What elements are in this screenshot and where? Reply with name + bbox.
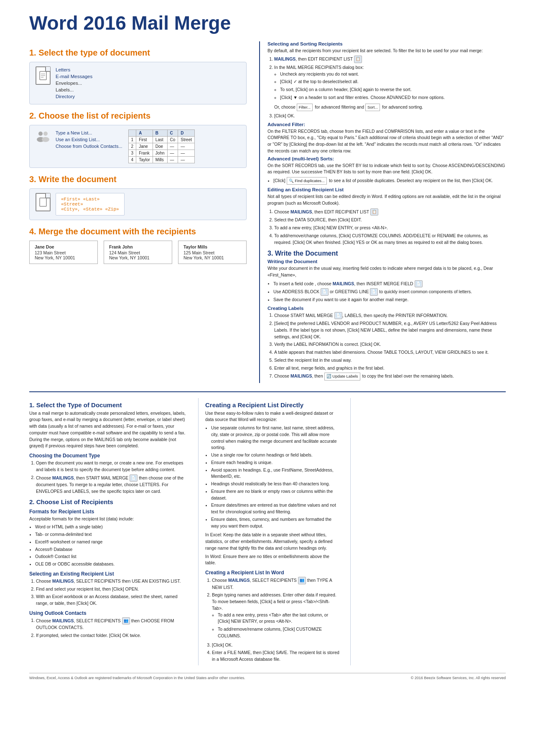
writing-bullet-3: Save the document if you want to use it … (273, 297, 506, 303)
recipients-outlook: Choose from Outlook Contacts... (56, 143, 122, 150)
creating-labels-steps: Choose START MAIL MERGE 📄, LABELS, then … (274, 312, 506, 381)
word-note: In Word: Ensure there are no titles or e… (205, 553, 340, 567)
using-outlook-heading: Using Outlook Contacts (29, 610, 188, 616)
recipients-use-existing: Use an Existing List... (56, 136, 122, 143)
selecting-steps: MAILINGS, then EDIT RECIPIENT LIST 📋 In … (274, 56, 506, 119)
field-codes: «First» «Last» «Street» «City», «State» … (56, 193, 125, 216)
table-row: 3 Frank John — — (128, 150, 194, 156)
bottom-step1-heading: 1. Select the Type of Document (29, 401, 188, 408)
recipients-type-new: Type a New List... (56, 129, 122, 136)
step2-box: Type a New List... Use an Existing List.… (29, 125, 247, 168)
label-step-4: A table appears that matches label dimen… (274, 349, 506, 356)
cd-bullet-8: Ensure dates, times, currency, and numbe… (211, 516, 340, 530)
svg-point-7 (42, 137, 49, 142)
card2-address: 124 Main Street (109, 250, 167, 255)
creating-labels-heading: Creating Labels (268, 306, 506, 311)
cd-bullet-4: Avoid spaces in headings. E.g., use Firs… (211, 467, 340, 480)
step3-box: «First» «Last» «Street» «City», «State» … (29, 188, 247, 220)
step1-menu: Letters E-mail Messages Envelopes... Lab… (56, 66, 92, 100)
cell-first: First (136, 136, 153, 143)
bottom-step2-heading: 2. Choose List of Recipients (29, 498, 188, 505)
recipients-content: Type a New List... Use an Existing List.… (56, 129, 195, 163)
merge-cards: Jane Doe 123 Main Street New York, NY 10… (29, 241, 247, 264)
table-row: 4 Taylor Mills — — (128, 156, 194, 163)
step1-menu-item-labels: Labels... (56, 86, 92, 93)
bottom-middle: Creating a Recipient List Directly Use t… (198, 398, 340, 665)
top-right-panel: Selecting and Sorting Recipients By defa… (259, 41, 506, 383)
creating-directly-heading: Creating a Recipient List Directly (205, 401, 340, 408)
sel-bullet-1: Uncheck any recipients you do not want. (280, 71, 506, 78)
bottom-right (350, 398, 506, 665)
label-step-5: Select the recipient list in the usual w… (274, 357, 506, 364)
sel-ex-step-2: Find and select your recipient list, the… (36, 586, 188, 593)
people-icon (36, 129, 51, 145)
fmt-bullet-5: Outlook® Contact list (35, 553, 188, 560)
creating-in-word-heading: Creating a Recipient List In Word (205, 570, 340, 576)
bottom-left: 1. Select the Type of Document Use a mai… (29, 398, 188, 665)
sel-step-1: MAILINGS, then EDIT RECIPIENT LIST 📋 (274, 56, 506, 63)
cw-step-1: Choose MAILINGS, SELECT RECIPIENTS 👥 the… (212, 577, 340, 591)
cw-step-4: Enter a FILE NAME, then [Click] SAVE. Th… (212, 649, 340, 663)
doc-icon (36, 66, 51, 85)
step1-menu-item-email: E-mail Messages (56, 73, 92, 80)
edit-step-4: To add/remove/change columns, [Click] CU… (274, 233, 506, 246)
table-row: 2 Jane Doe — — (128, 143, 194, 150)
formats-bullets: Word or HTML (with a single table) Tab- … (35, 524, 188, 568)
main-title: Word 2016 Mail Merge (29, 13, 506, 34)
doc-type-step-2: Choose MAILINGS, then START MAIL MERGE 📄… (36, 474, 188, 495)
sel-step-2: In the MAIL MERGE RECIPIENTS dialog box:… (274, 64, 506, 111)
label-step-2: [Select] the preferred LABEL VENDOR and … (274, 320, 506, 340)
card2-city: New York, NY 10001 (109, 255, 167, 260)
merge-card-1: Jane Doe 123 Main Street New York, NY 10… (29, 241, 98, 264)
step4-heading: 4. Merge the document with the recipient… (29, 227, 247, 236)
fmt-bullet-3: Excel® worksheet or named range (35, 539, 188, 545)
formats-body: Acceptable formats for the recipient lis… (29, 516, 188, 523)
sel-bullet-2: [Click] ✓ at the top to deselect/select … (280, 79, 506, 85)
top-left-panel: 1. Select the type of document Letters E… (29, 41, 247, 383)
cd-bullet-1: Use separate columns for first name, las… (211, 425, 340, 451)
cd-bullet-3: Ensure each heading is unique. (211, 459, 340, 466)
card3-city: New York, NY 10001 (183, 255, 241, 260)
selecting-existing-steps: Choose MAILINGS, SELECT RECIPIENTS then … (36, 578, 188, 607)
label-step-6: Enter all text, merge fields, and graphi… (274, 365, 506, 372)
merge-card-2: Frank John 124 Main Street New York, NY … (104, 241, 172, 264)
editing-steps: Choose MAILINGS, then EDIT RECIPIENT LIS… (274, 208, 506, 246)
writing-bullet-2: Use ADDRESS BLOCK 📄 or GREETING LINE 📄 t… (273, 288, 506, 296)
editing-body: Not all types of recipient lists can be … (268, 193, 506, 207)
advanced-multi-bullets: [Click] 🔍 Find duplicates... to see a li… (273, 177, 506, 185)
editing-heading: Editing an Existing Recipient List (268, 187, 506, 192)
recipients-menu: Type a New List... Use an Existing List.… (56, 129, 122, 150)
merge-card-3: Taylor Mills 125 Main Street New York, N… (178, 241, 247, 264)
fmt-bullet-4: Access® Database (35, 546, 188, 553)
footer: Windows, Excel, Access & Outlook are reg… (29, 673, 506, 680)
col-b: B (153, 129, 167, 136)
card3-name: Taylor Mills (183, 244, 241, 249)
footer-left: Windows, Excel, Access & Outlook are reg… (29, 676, 245, 680)
creating-in-word-steps: Choose MAILINGS, SELECT RECIPIENTS 👥 the… (212, 577, 340, 663)
cd-bullet-7: Ensure dates/times are entered as true d… (211, 502, 340, 515)
creating-directly-body: Use these easy-to-follow rules to make a… (205, 410, 340, 424)
advanced-filter-body: On the FILTER RECORDS tab, choose from t… (268, 128, 506, 155)
doc-type-step-1: Open the document you want to merge, or … (36, 460, 188, 473)
selecting-existing-heading: Selecting an Existing Recipient List (29, 571, 188, 577)
fmt-bullet-1: Word or HTML (with a single table) (35, 524, 188, 530)
advanced-multi-bullet-1: [Click] 🔍 Find duplicates... to see a li… (273, 177, 506, 185)
cd-bullet-2: Use a single row for column headings or … (211, 452, 340, 459)
sel-bullet-3: To sort, [Click] on a column header, [Cl… (280, 86, 506, 93)
sel-ex-step-1: Choose MAILINGS, SELECT RECIPIENTS then … (36, 578, 188, 585)
edit-step-2: Select the DATA SOURCE, then [Click] EDI… (274, 217, 506, 223)
fmt-bullet-2: Tab- or comma-delimited text (35, 531, 188, 538)
col-num (128, 129, 136, 136)
cell-co: Co (167, 136, 178, 143)
writing-bullets: To insert a field code , choose MAILINGS… (273, 280, 506, 303)
label-step-3: Verify the LABEL INFORMATION is correct.… (274, 341, 506, 348)
cw-step-3: [Click] OK. (212, 642, 340, 649)
selecting-body: By default, all the recipients from your… (268, 48, 506, 54)
sel-step-3: [Click] OK. (274, 113, 506, 119)
recipients-table: A B C D 1 First Last Co (128, 129, 195, 163)
col-a: A (136, 129, 153, 136)
sel-ex-step-3: With an Excel workbook or an Access data… (36, 594, 188, 607)
doc-type-heading: Choosing the Document Type (29, 453, 188, 459)
svg-rect-8 (40, 198, 46, 206)
advanced-multi-body: On the SORT RECORDS tab, use the SORT BY… (268, 162, 506, 176)
